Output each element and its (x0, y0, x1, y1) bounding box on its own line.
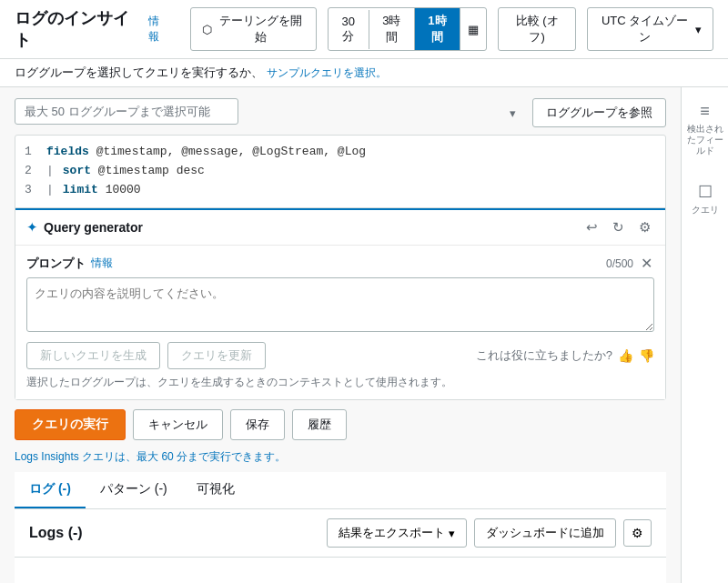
prompt-counter: 0/500 (606, 257, 633, 270)
query-generator-panel: ✦ Query generator ↩ ↻ ⚙ プロンプト 情報 (15, 208, 665, 399)
query-generator-icon: ✦ (26, 219, 38, 236)
query-icon: ☐ (698, 182, 713, 202)
line-number-1: 1 (25, 143, 37, 162)
fields-icon: ≡ (700, 102, 710, 121)
time-1hour[interactable]: 1時間 (415, 8, 460, 50)
sidebar-fields-button[interactable]: ≡ 検出されたフィールド (682, 98, 728, 160)
run-query-button[interactable]: クエリの実行 (15, 409, 126, 440)
select-arrow-icon: ▾ (510, 106, 516, 120)
code-content-2: sort @timestamp desc (63, 162, 205, 181)
results-actions: 結果をエクスポート ▾ ダッシュボードに追加 ⚙ (327, 518, 652, 548)
history-button[interactable]: 履歴 (292, 409, 347, 440)
export-button[interactable]: 結果をエクスポート ▾ (327, 518, 467, 548)
code-line-1: 1 fields @timestamp, @message, @LogStrea… (25, 143, 656, 162)
tab-visualize[interactable]: 可視化 (182, 472, 249, 508)
prompt-buttons-row: 新しいクエリを生成 クエリを更新 これは役に立ちましたか? 👍 👎 (26, 342, 654, 369)
content-area: 最大 50 ロググループまで選択可能 ▾ ロググループを参照 1 fields … (0, 87, 681, 583)
line-number-2: 2 (25, 162, 37, 181)
prompt-close-button[interactable]: ✕ (639, 255, 654, 272)
code-editor[interactable]: 1 fields @timestamp, @message, @LogStrea… (15, 136, 665, 208)
main-layout: 最大 50 ロググループまで選択可能 ▾ ロググループを参照 1 fields … (0, 87, 728, 583)
page-title: ログのインサイト (15, 7, 137, 51)
thumbs-down-button[interactable]: 👎 (639, 348, 654, 363)
log-group-select[interactable]: 最大 50 ロググループまで選択可能 (15, 98, 238, 125)
top-header: ログのインサイト 情報 ⬡ テーリングを開始 30分 3時間 1時間 ▦ 比較 … (0, 0, 728, 59)
add-to-dashboard-button[interactable]: ダッシュボードに追加 (474, 518, 616, 548)
prompt-section: プロンプト 情報 0/500 ✕ 新しいクエリを生成 クエリを更新 こ (15, 246, 665, 399)
query-generator-title: Query generator (44, 220, 143, 235)
no-results-area: 結果なし クエリを実行して関連イベントを表示します (15, 558, 666, 583)
compare-button[interactable]: 比較 (オフ) (498, 7, 576, 51)
action-buttons-row: クエリの実行 キャンセル 保存 履歴 (15, 400, 666, 446)
save-button[interactable]: 保存 (230, 409, 285, 440)
undo-button[interactable]: ↩ (582, 217, 602, 237)
helpful-row: これは役に立ちましたか? 👍 👎 (476, 347, 654, 364)
query-generator-header: ✦ Query generator ↩ ↻ ⚙ (15, 210, 665, 246)
prompt-label-row: プロンプト 情報 0/500 ✕ (26, 255, 654, 272)
update-query-button[interactable]: クエリを更新 (167, 342, 266, 369)
sidebar-fields-label: 検出されたフィールド (685, 124, 724, 156)
redo-button[interactable]: ↻ (609, 217, 628, 237)
cancel-button[interactable]: キャンセル (133, 409, 223, 440)
results-title: Logs (-) (29, 525, 327, 541)
prompt-label: プロンプト (26, 256, 86, 272)
tab-logs[interactable]: ログ (-) (15, 472, 86, 508)
sidebar-query-label: クエリ (692, 205, 719, 216)
query-generator-actions: ↩ ↻ ⚙ (582, 217, 654, 237)
settings-gear-button[interactable]: ⚙ (623, 519, 652, 547)
info-link[interactable]: 情報 (148, 14, 168, 45)
code-content-1: fields @timestamp, @message, @LogStream,… (46, 143, 366, 162)
generate-query-button[interactable]: 新しいクエリを生成 (26, 342, 160, 369)
query-editor: 1 fields @timestamp, @message, @LogStrea… (15, 135, 666, 400)
prompt-label-left: プロンプト 情報 (26, 256, 113, 272)
code-line-3: 3 | limit 10000 (25, 181, 656, 200)
context-note: 選択したロググループは、クエリを生成するときのコンテキストとして使用されます。 (26, 375, 654, 390)
calendar-button[interactable]: ▦ (460, 18, 486, 41)
execution-note: Logs Insights クエリは、最大 60 分まで実行できます。 (15, 449, 666, 465)
browse-log-groups-button[interactable]: ロググループを参照 (532, 98, 666, 127)
right-sidebar: ≡ 検出されたフィールド ☐ クエリ (681, 87, 728, 583)
tail-button[interactable]: ⬡ テーリングを開始 (190, 7, 316, 51)
query-generator-title-row: ✦ Query generator (26, 219, 575, 236)
tab-patterns[interactable]: パターン (-) (86, 472, 182, 508)
results-header: Logs (-) 結果をエクスポート ▾ ダッシュボードに追加 ⚙ (15, 509, 666, 558)
timezone-button[interactable]: UTC タイムゾーン ▾ (587, 7, 713, 51)
settings-button[interactable]: ⚙ (635, 217, 654, 237)
code-content-3: limit 10000 (63, 181, 141, 200)
sub-header: ロググループを選択してクエリを実行するか、 サンプルクエリを選択。 (0, 59, 728, 87)
sidebar-query-button[interactable]: ☐ クエリ (688, 178, 723, 219)
sample-query-link[interactable]: サンプルクエリを選択。 (267, 66, 387, 79)
prompt-textarea[interactable] (26, 277, 654, 332)
tail-icon: ⬡ (202, 23, 212, 36)
thumbs-up-button[interactable]: 👍 (618, 348, 633, 363)
log-group-row: 最大 50 ロググループまで選択可能 ▾ ロググループを参照 (15, 98, 666, 127)
time-30min[interactable]: 30分 (329, 10, 369, 49)
line-number-3: 3 (25, 181, 37, 200)
chevron-down-icon: ▾ (695, 23, 702, 36)
time-3hours[interactable]: 3時間 (369, 8, 415, 50)
prompt-info-link[interactable]: 情報 (91, 256, 113, 271)
time-selector: 30分 3時間 1時間 ▦ (328, 7, 487, 51)
code-line-2: 2 | sort @timestamp desc (25, 162, 656, 181)
export-chevron-icon: ▾ (449, 527, 455, 540)
tabs-row: ログ (-) パターン (-) 可視化 (15, 472, 666, 509)
log-group-select-wrapper: 最大 50 ロググループまで選択可能 ▾ (15, 98, 525, 127)
